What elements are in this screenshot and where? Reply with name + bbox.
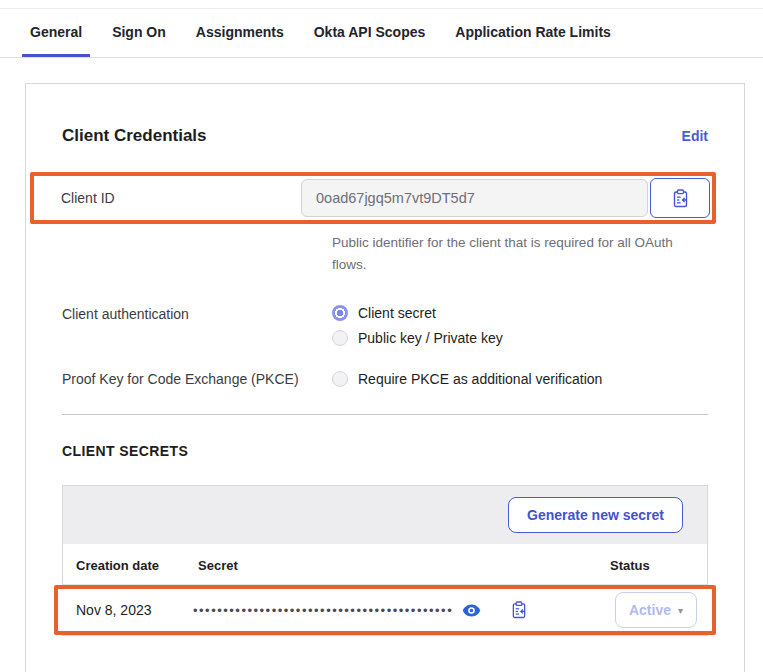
secret-row-highlight-box: Nov 8, 2023 ••••••••••••••••••••••••••••…	[54, 585, 716, 635]
checkbox-unchecked-icon	[332, 371, 348, 387]
client-secrets-title: CLIENT SECRETS	[62, 443, 708, 459]
masked-secret-value: ••••••••••••••••••••••••••••••••••••••••…	[193, 604, 453, 617]
table-toolbar: Generate new secret	[63, 486, 707, 544]
pkce-label: Proof Key for Code Exchange (PKCE)	[62, 370, 332, 387]
client-id-help-text: Public identifier for the client that is…	[332, 232, 680, 275]
pkce-checkbox[interactable]: Require PKCE as additional verification	[332, 370, 602, 387]
chevron-down-icon: ▾	[678, 605, 683, 616]
clipboard-copy-icon	[511, 601, 527, 619]
pkce-row: Proof Key for Code Exchange (PKCE) Requi…	[62, 370, 708, 387]
client-authentication-label: Client authentication	[62, 305, 332, 346]
radio-label: Client secret	[358, 305, 436, 321]
secret-creation-date: Nov 8, 2023	[58, 602, 193, 618]
tab-general[interactable]: General	[22, 9, 90, 57]
eye-icon	[462, 604, 481, 617]
radio-selected-icon	[332, 305, 348, 321]
tab-sign-on[interactable]: Sign On	[104, 9, 174, 57]
status-dropdown-button[interactable]: Active ▾	[615, 592, 697, 628]
reveal-secret-button[interactable]	[462, 604, 481, 617]
radio-public-private-key[interactable]: Public key / Private key	[332, 330, 503, 346]
edit-link[interactable]: Edit	[682, 128, 708, 144]
client-credentials-header: Client Credentials Edit	[62, 126, 708, 146]
status-cell: Active ▾	[615, 592, 712, 628]
client-id-highlight-box: Client ID	[30, 172, 716, 224]
generate-new-secret-button[interactable]: Generate new secret	[508, 497, 683, 533]
header-status: Status	[610, 558, 707, 573]
client-authentication-options: Client secret Public key / Private key	[332, 305, 503, 346]
client-authentication-row: Client authentication Client secret Publ…	[62, 305, 708, 346]
tab-application-rate-limits[interactable]: Application Rate Limits	[447, 9, 619, 57]
client-id-input[interactable]	[301, 179, 648, 217]
tab-assignments[interactable]: Assignments	[188, 9, 292, 57]
client-id-label: Client ID	[61, 190, 301, 206]
clipboard-copy-icon	[672, 189, 689, 208]
status-label: Active	[629, 602, 671, 618]
table-header-row: Creation date Secret Status	[63, 544, 707, 585]
radio-label: Public key / Private key	[358, 330, 503, 346]
section-title: Client Credentials	[62, 126, 207, 146]
secret-cell: ••••••••••••••••••••••••••••••••••••••••…	[193, 601, 615, 619]
copy-secret-button[interactable]	[511, 601, 527, 619]
tab-okta-api-scopes[interactable]: Okta API Scopes	[306, 9, 434, 57]
copy-client-id-button[interactable]	[650, 178, 710, 218]
header-secret: Secret	[198, 558, 610, 573]
header-creation-date: Creation date	[63, 558, 198, 573]
radio-unselected-icon	[332, 330, 348, 346]
tab-bar: General Sign On Assignments Okta API Sco…	[0, 9, 763, 58]
general-settings-card: Client Credentials Edit Client ID	[25, 83, 745, 672]
pkce-option-label: Require PKCE as additional verification	[358, 371, 602, 387]
radio-client-secret[interactable]: Client secret	[332, 305, 503, 321]
app-page: General Sign On Assignments Okta API Sco…	[0, 8, 763, 672]
section-divider	[62, 414, 708, 415]
client-secrets-table: Generate new secret Creation date Secret…	[62, 485, 708, 636]
